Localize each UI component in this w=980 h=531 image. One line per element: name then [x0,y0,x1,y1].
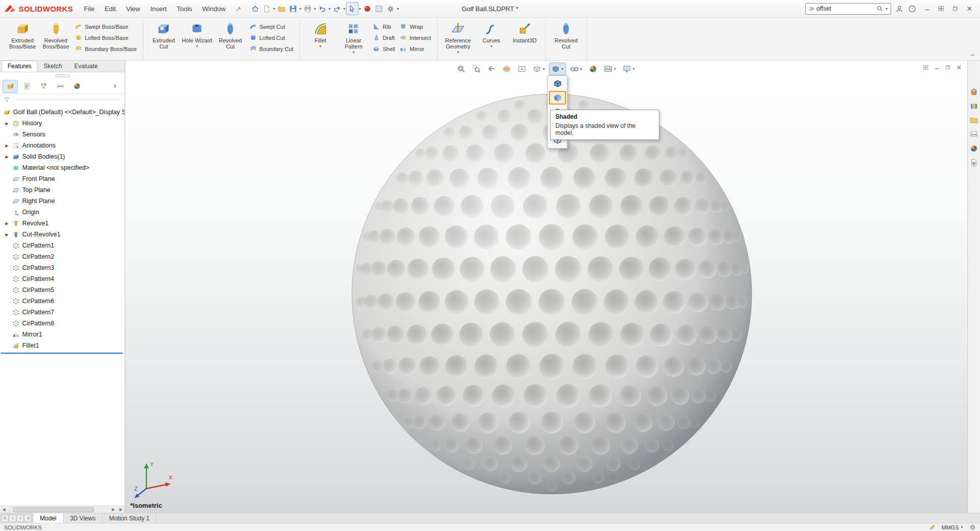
options-gear-button[interactable] [385,2,396,15]
edit-annotation-icon[interactable] [929,524,936,530]
grid-system-button[interactable] [373,2,385,15]
appearances-button[interactable] [969,143,979,154]
extruded-boss-base-button[interactable]: Extruded Boss/Base [7,20,38,60]
dropdown-caret-icon[interactable]: ▾ [633,67,635,71]
expand-arrow-icon[interactable]: ▶ [4,121,10,126]
dropdown-caret-icon[interactable]: ▾ [457,51,459,55]
panel-expand-button[interactable]: ▶ [117,506,125,513]
configuration-manager-tab[interactable] [36,80,51,93]
open-button[interactable] [276,2,287,15]
redo-caret-icon[interactable]: ▾ [343,7,345,11]
appearance-sphere-button[interactable] [362,2,373,15]
dropdown-caret-icon[interactable]: ▾ [580,67,582,71]
apply-scene-button[interactable]: ▾ [601,63,618,75]
select-button[interactable] [346,2,358,15]
doc-tab-3d-views[interactable]: 3D Views [64,513,102,523]
scroll-right-button[interactable]: ▶ [110,506,117,513]
display-style-button[interactable]: ▾ [549,63,566,75]
print-button[interactable] [302,2,314,15]
linear-pattern-button[interactable]: Linear Pattern▾ [338,20,370,60]
boundary-cut-button[interactable]: Boundary Cut [248,44,295,53]
hide-show-items-button[interactable]: ▾ [568,63,585,75]
rollback-bar[interactable] [1,353,123,354]
property-manager-tab[interactable] [19,80,34,93]
previous-view-button[interactable] [485,63,498,75]
dropdown-caret-icon[interactable]: ▾ [543,67,545,71]
tree-item[interactable]: CirPattern6 [0,296,125,307]
expand-arrow-icon[interactable]: ▶ [4,221,10,226]
help-icon[interactable]: ? [908,5,916,13]
units-selector[interactable]: MMGS ▾ [942,524,963,530]
menu-view[interactable]: View [121,3,145,15]
dropdown-caret-icon[interactable]: ▾ [196,44,198,49]
tab-next-button[interactable] [17,515,24,522]
doc-tab-motion-study-1[interactable]: Motion Study 1 [102,513,157,523]
revolved-cut-button[interactable]: Revolved Cut [215,20,246,60]
tree-item[interactable]: Mirror1 [0,329,125,340]
tree-item[interactable]: CirPattern5 [0,284,125,296]
tree-item[interactable]: Golf Ball (Default) <<Default>_Display S… [0,107,125,118]
tree-item[interactable]: CirPattern4 [0,273,125,284]
display-manager-tab[interactable] [69,80,84,93]
expand-arrow-icon[interactable]: ▶ [4,232,10,237]
dropdown-caret-icon[interactable]: ▾ [352,51,354,55]
fillet-button[interactable]: Fillet▾ [304,20,336,60]
panel-horizontal-scrollbar[interactable]: ◀ ▶ ▶ [0,505,125,513]
filter-icon[interactable] [4,96,11,103]
custom-properties-button[interactable] [969,158,979,168]
dropdown-caret-icon[interactable]: ▾ [614,67,616,71]
tree-item[interactable]: CirPattern7 [0,307,125,318]
boundary-boss-base-button[interactable]: Boundary Boss/Base [73,44,138,53]
curves-button[interactable]: Curves▾ [476,20,507,60]
redo-button[interactable] [331,2,343,15]
shell-button[interactable]: Shell [371,44,396,53]
tree-item[interactable]: ▶Revolve1 [0,218,125,229]
feature-manager-tab[interactable] [3,80,18,93]
dimxpert-manager-tab[interactable] [53,80,68,93]
view-palette-button[interactable] [969,129,979,139]
tree-item[interactable]: Right Plane [0,196,125,207]
zoom-to-fit-button[interactable] [454,63,468,75]
menu-insert[interactable]: Insert [145,3,172,15]
grid-button[interactable] [935,3,948,15]
edit-appearance-button[interactable] [586,63,600,75]
tree-item[interactable]: ▶Annotations [0,140,125,151]
golf-ball-model[interactable] [345,87,759,501]
lofted-cut-button[interactable]: Lofted Cut [248,33,295,42]
design-library-button[interactable] [969,101,979,111]
tree-item[interactable]: CirPattern3 [0,262,125,273]
wrap-button[interactable]: Wrap [398,22,432,31]
undo-caret-icon[interactable]: ▾ [329,7,331,11]
save-caret-icon[interactable]: ▾ [299,7,301,11]
resources-button[interactable] [969,87,979,97]
lofted-boss-base-button[interactable]: Lofted Boss/Base [73,33,138,42]
tree-item[interactable]: Material <not specified> [0,162,125,173]
dropdown-caret-icon[interactable]: ▾ [490,44,492,49]
tree-item[interactable]: CirPattern8 [0,318,125,329]
tab-features[interactable]: Features [2,61,37,72]
restore-button[interactable] [949,3,962,15]
globe-icon[interactable] [969,524,976,530]
options-gear-caret-icon[interactable]: ▾ [397,7,399,11]
user-account-icon[interactable] [895,5,904,13]
zoom-to-area-button[interactable] [470,63,483,75]
select-caret-icon[interactable]: ▾ [359,7,361,11]
hole-wizard-button[interactable]: Hole Wizard▾ [181,20,213,60]
new-doc-button[interactable] [261,2,273,15]
search-caret-icon[interactable]: ▾ [886,7,888,11]
filter-field[interactable] [14,100,121,100]
collapse-ribbon-icon[interactable] [969,52,976,59]
viewport-close-button[interactable] [956,64,962,71]
revolved-cut-button[interactable]: Revolved Cut [550,20,582,60]
tab-sketch[interactable]: Sketch [37,61,68,72]
view-settings-button[interactable]: ▾ [620,63,637,75]
tree-item[interactable]: Sensors [0,129,125,140]
section-view-button[interactable] [500,63,513,75]
rib-button[interactable]: Rib [371,22,396,31]
viewport-minimize-button[interactable] [934,64,940,71]
menu-tools[interactable]: Tools [172,3,197,15]
extruded-cut-button[interactable]: Extruded Cut [148,20,180,60]
tab-first-button[interactable] [2,515,9,522]
tree-item[interactable]: Top Plane [0,184,125,196]
tab-evaluate[interactable]: Evaluate [68,61,104,72]
